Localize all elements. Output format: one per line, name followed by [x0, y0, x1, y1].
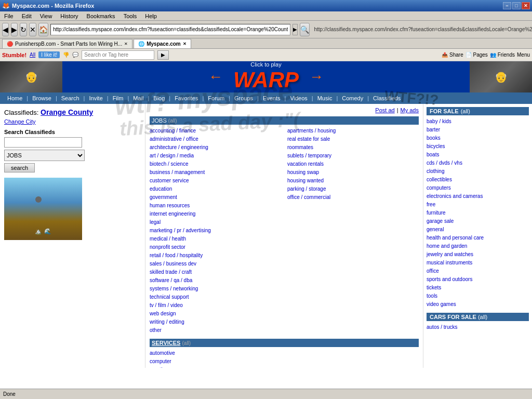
address-bar[interactable]: http://classifieds.myspace.com/index.cfm… — [50, 24, 290, 35]
i-like-it-button[interactable]: I like it! — [38, 51, 60, 58]
sale-books[interactable]: books — [427, 134, 529, 142]
sale-collectibles[interactable]: collectibles — [427, 176, 529, 184]
nav-home[interactable]: Home — [4, 94, 25, 102]
cat-software[interactable]: software / qa / dba — [150, 276, 281, 285]
cat-retail[interactable]: retail / food / hospitality — [150, 251, 281, 260]
cat-roommates[interactable]: roommates — [287, 143, 419, 152]
tab-punisher[interactable]: 🔴 PunisherspB.com - Smart Parts Ion Wiri… — [2, 39, 132, 48]
nav-comedy[interactable]: Comedy — [339, 94, 366, 102]
menu-tools[interactable]: Tools — [122, 12, 139, 20]
nav-invite[interactable]: Invite — [86, 94, 105, 102]
share-label[interactable]: 📤 Share — [442, 52, 463, 58]
stumble-all[interactable]: All — [30, 52, 35, 58]
cat-internet[interactable]: internet engineering — [150, 210, 281, 218]
cat-accounting[interactable]: accounting / finance — [150, 127, 281, 135]
sale-cds[interactable]: cds / dvds / vhs — [427, 159, 529, 167]
go-button[interactable]: ▶ — [292, 24, 298, 35]
sale-baby[interactable]: baby / kids — [427, 117, 529, 126]
menu-history[interactable]: History — [58, 12, 80, 20]
cat-housing-swap[interactable]: housing swap — [287, 168, 419, 177]
cat-tv[interactable]: tv / film / video — [150, 301, 281, 310]
nav-blog[interactable]: Blog — [150, 94, 168, 102]
svc-creative[interactable]: creative — [150, 366, 419, 368]
sale-free[interactable]: free — [427, 201, 529, 209]
cat-hr[interactable]: human resources — [150, 202, 281, 210]
nav-favorites[interactable]: Favorites — [171, 94, 201, 102]
cat-technical[interactable]: technical support — [150, 293, 281, 301]
sale-boats[interactable]: boats — [427, 151, 529, 159]
cat-writing[interactable]: writing / editing — [150, 318, 281, 326]
sale-general[interactable]: general — [427, 225, 529, 234]
cat-nonprofit[interactable]: nonprofit sector — [150, 243, 281, 251]
search-toolbar-btn[interactable]: 🔍 — [300, 23, 310, 36]
comment-icon[interactable]: 💬 — [72, 52, 78, 58]
minimize-button[interactable]: − — [503, 2, 511, 9]
nav-mail[interactable]: Mail — [130, 94, 147, 102]
sale-tools[interactable]: tools — [427, 292, 529, 300]
cat-legal[interactable]: legal — [150, 218, 281, 227]
reload-button[interactable]: ↻ — [20, 23, 27, 36]
sale-electronics[interactable]: electronics and cameras — [427, 192, 529, 201]
classifieds-search-button[interactable]: search — [4, 163, 35, 172]
cat-education[interactable]: education — [150, 185, 281, 193]
cat-office[interactable]: office / commercial — [287, 193, 419, 202]
sale-clothing[interactable]: clothing — [427, 167, 529, 176]
tab-myspace[interactable]: 🌐 Myspace.com ✕ — [134, 39, 191, 48]
restore-button[interactable]: □ — [512, 2, 521, 9]
sale-sports[interactable]: sports and outdoors — [427, 275, 529, 284]
stumble-go-button[interactable]: ▶ — [157, 50, 169, 60]
sale-furniture[interactable]: furniture — [427, 209, 529, 217]
cat-customer[interactable]: customer service — [150, 177, 281, 185]
pages-label[interactable]: 📄 Pages — [466, 52, 488, 58]
cat-sublets[interactable]: sublets / temporary — [287, 152, 419, 160]
my-ads-link[interactable]: My ads — [401, 107, 419, 113]
classifieds-category-select[interactable]: JOBS HOUSING SERVICES FOR SALE CARS — [4, 150, 85, 161]
sale-health[interactable]: health and personal care — [427, 234, 529, 242]
cat-housing-wanted[interactable]: housing wanted — [287, 177, 419, 185]
forward-button[interactable]: ▶ — [11, 23, 18, 36]
cat-apartments[interactable]: apartments / housing — [287, 127, 419, 135]
menu-help[interactable]: Help — [143, 12, 159, 20]
stop-button[interactable]: ✕ — [29, 23, 36, 36]
dislike-icon[interactable]: 👎 — [63, 52, 69, 58]
tab-close-2[interactable]: ✕ — [183, 42, 187, 46]
cat-biotech[interactable]: biotech / science — [150, 160, 281, 168]
cat-admin[interactable]: administrative / office — [150, 135, 281, 143]
menu-stumble-label[interactable]: Menu — [517, 52, 530, 58]
nav-forum[interactable]: Forum — [205, 94, 228, 102]
nav-browse[interactable]: Browse — [29, 94, 55, 102]
sale-tickets[interactable]: tickets — [427, 284, 529, 292]
cat-vacation[interactable]: vacation rentals — [287, 160, 419, 168]
stumble-search-input[interactable] — [82, 50, 154, 60]
sale-autos[interactable]: autos / trucks — [427, 323, 529, 331]
close-button[interactable]: ✕ — [522, 2, 530, 9]
cat-medical[interactable]: medical / health — [150, 235, 281, 243]
cat-skilled[interactable]: skilled trade / craft — [150, 268, 281, 276]
cat-business[interactable]: business / management — [150, 168, 281, 177]
menu-edit[interactable]: Edit — [20, 12, 34, 20]
change-city-link[interactable]: Change City — [4, 118, 36, 125]
sale-jewelry[interactable]: jewelry and watches — [427, 250, 529, 259]
sale-musical[interactable]: musical instruments — [427, 259, 529, 267]
cat-web[interactable]: web design — [150, 310, 281, 318]
tab-close-1[interactable]: ✕ — [124, 42, 128, 46]
svc-computer[interactable]: computer — [150, 357, 419, 366]
sale-home[interactable]: home and garden — [427, 242, 529, 250]
nav-groups[interactable]: Groups — [231, 94, 256, 102]
menu-bookmarks[interactable]: Bookmarks — [85, 12, 117, 20]
nav-film[interactable]: Film — [110, 94, 127, 102]
nav-music[interactable]: Music — [314, 94, 336, 102]
svc-automotive[interactable]: automotive — [150, 349, 419, 357]
cat-other[interactable]: other — [150, 326, 281, 335]
cat-marketing[interactable]: marketing / pr / advertising — [150, 227, 281, 235]
sale-barter[interactable]: barter — [427, 126, 529, 134]
home-button[interactable]: 🏠 — [38, 23, 48, 36]
menu-view[interactable]: View — [38, 12, 55, 20]
friends-label[interactable]: 👥 Friends — [490, 52, 515, 58]
back-button[interactable]: ◀ — [2, 23, 9, 36]
nav-videos[interactable]: Videos — [287, 94, 310, 102]
cat-systems[interactable]: systems / networking — [150, 285, 281, 293]
nav-search[interactable]: Search — [58, 94, 83, 102]
post-ad-link[interactable]: Post ad — [375, 107, 394, 113]
cat-art[interactable]: art / design / media — [150, 152, 281, 160]
